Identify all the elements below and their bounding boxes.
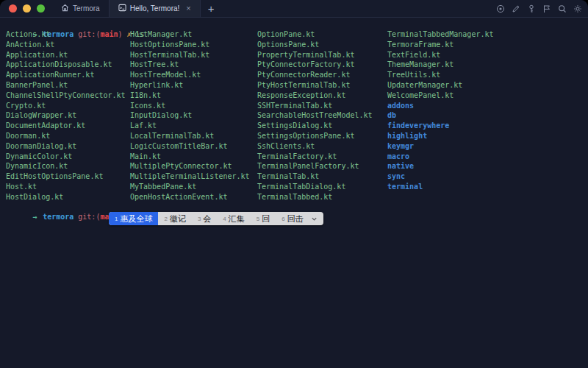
file-entry: Actions.kt — [6, 29, 126, 40]
file-entry: ApplicationRunner.kt — [6, 70, 126, 80]
file-entry: MultipleTerminalListener.kt — [130, 171, 250, 182]
file-entry: DoormanDialog.kt — [6, 141, 126, 152]
candidate-index: 6 — [282, 216, 284, 222]
file-entry: SshClients.kt — [257, 141, 373, 152]
tab-termora-home[interactable]: Termora — [52, 0, 109, 17]
ime-candidate[interactable]: 4汇集 — [217, 212, 250, 225]
directory-entry: db — [387, 110, 494, 121]
settings-icon[interactable] — [573, 4, 582, 13]
directory-entry: macro — [387, 152, 494, 162]
file-entry: PtyConnectorReader.kt — [257, 70, 373, 80]
prompt-directory: termora — [43, 213, 74, 221]
file-entry: SettingsOptionsPane.kt — [257, 131, 373, 141]
file-entry: MyTabbedPane.kt — [130, 182, 250, 192]
file-entry: LocalTerminalTab.kt — [130, 131, 250, 141]
file-entry: InputDialog.kt — [130, 110, 250, 121]
file-entry: TextField.kt — [387, 50, 494, 60]
record-icon[interactable] — [496, 4, 505, 13]
file-entry: WelcomePanel.kt — [387, 91, 494, 101]
file-entry: BannerPanel.kt — [6, 80, 126, 91]
file-entry: UpdaterManager.kt — [387, 80, 494, 91]
file-entry: SSHTerminalTab.kt — [257, 101, 373, 111]
ime-candidate-bar: 1惠及全球2徽记3会4汇集5回6回击 — [109, 212, 323, 225]
flag-icon[interactable] — [542, 4, 551, 13]
file-entry: DynamicColor.kt — [6, 152, 126, 162]
candidate-text: 回 — [262, 213, 270, 224]
directory-entry: findeverywhere — [387, 121, 494, 131]
file-entry: Doorman.kt — [6, 131, 126, 141]
file-entry: OptionsPane.kt — [257, 40, 373, 50]
directory-entry: sync — [387, 171, 494, 182]
ime-candidate[interactable]: 2徽记 — [158, 212, 191, 225]
termora-window: Termora Hello, Termora! × + — [0, 0, 588, 368]
new-tab-button[interactable]: + — [201, 0, 222, 17]
file-entry: TerminalFactory.kt — [257, 152, 373, 162]
file-entry: DialogWrapper.kt — [6, 110, 126, 121]
file-entry: Laf.kt — [130, 121, 250, 131]
file-entry: HostTerminalTab.kt — [130, 50, 250, 60]
tab-hello-termora[interactable]: Hello, Termora! × — [109, 0, 201, 17]
ls-column-1: Actions.ktAnAction.ktApplication.ktAppli… — [6, 29, 126, 202]
tab-label: Hello, Termora! — [130, 4, 180, 13]
file-entry: SearchableHostTreeModel.kt — [257, 110, 373, 121]
file-entry: HostOptionsPane.kt — [130, 40, 250, 50]
git-prefix: git:( — [78, 213, 100, 221]
candidate-index: 2 — [164, 216, 167, 222]
ime-candidate[interactable]: 1惠及全球 — [109, 212, 158, 225]
ls-column-3: OptionPane.ktOptionsPane.ktPropertyTermi… — [257, 29, 373, 202]
terminal-icon — [118, 4, 126, 13]
file-entry: Main.kt — [130, 152, 250, 162]
file-entry: ApplicationDisposable.kt — [6, 60, 126, 70]
file-entry: TerminalPanelFactory.kt — [257, 161, 373, 171]
file-entry: Application.kt — [6, 50, 126, 60]
minimize-window-button[interactable] — [23, 4, 31, 13]
toolbar — [496, 0, 582, 17]
chevron-down-icon[interactable] — [309, 216, 322, 222]
file-entry: MultiplePtyConnector.kt — [130, 161, 250, 171]
candidate-text: 惠及全球 — [120, 213, 152, 224]
tab-label: Termora — [73, 4, 100, 13]
ls-column-2: HostManager.ktHostOptionsPane.ktHostTerm… — [130, 29, 250, 202]
file-entry: OpenHostActionEvent.kt — [130, 192, 250, 202]
close-tab-icon[interactable]: × — [186, 4, 190, 13]
file-entry: LogicCustomTitleBar.kt — [130, 141, 250, 152]
file-entry: HostTreeModel.kt — [130, 70, 250, 80]
file-entry: OptionPane.kt — [257, 29, 373, 40]
candidate-text: 回击 — [287, 213, 304, 224]
file-entry: TerminalTab.kt — [257, 171, 373, 182]
directory-entry: highlight — [387, 131, 494, 141]
file-entry: DocumentAdaptor.kt — [6, 121, 126, 131]
key-icon[interactable] — [527, 4, 536, 13]
directory-entry: keymgr — [387, 141, 494, 152]
file-entry: DynamicIcon.kt — [6, 161, 126, 171]
close-window-button[interactable] — [9, 4, 17, 13]
file-entry: I18n.kt — [130, 91, 250, 101]
directory-entry: terminal — [387, 182, 494, 192]
file-entry: AnAction.kt — [6, 40, 126, 50]
edit-icon[interactable] — [512, 4, 520, 13]
file-entry: ResponseException.kt — [257, 91, 373, 101]
candidate-index: 3 — [198, 216, 201, 222]
file-entry: PtyConnectorFactory.kt — [257, 60, 373, 70]
file-entry: TerminalTabbed.kt — [257, 192, 373, 202]
ime-candidate[interactable]: 6回击 — [276, 212, 309, 225]
candidate-index: 5 — [257, 216, 259, 222]
ime-candidate[interactable]: 3会 — [192, 212, 217, 225]
file-entry: PtyHostTerminalTab.kt — [257, 80, 373, 91]
file-entry: Host.kt — [6, 182, 126, 192]
file-entry: SettingsDialog.kt — [257, 121, 373, 131]
file-entry: HostDialog.kt — [6, 192, 126, 202]
zoom-window-button[interactable] — [37, 4, 45, 13]
ime-candidate[interactable]: 5回 — [251, 212, 276, 225]
tab-bar: Termora Hello, Termora! × + — [0, 0, 588, 18]
file-entry: Hyperlink.kt — [130, 80, 250, 91]
file-entry: PropertyTerminalTab.kt — [257, 50, 373, 60]
file-entry: TermoraFrame.kt — [387, 40, 494, 50]
candidate-text: 汇集 — [229, 213, 245, 224]
file-entry: TerminalTabbedManager.kt — [387, 29, 494, 40]
terminal-screen[interactable]: →termoragit:(main)✗ls Actions.ktAnAction… — [0, 18, 588, 368]
prompt-arrow: → — [32, 213, 37, 221]
file-entry: TreeUtils.kt — [387, 70, 494, 80]
file-entry: Crypto.kt — [6, 101, 126, 111]
search-icon[interactable] — [558, 4, 567, 13]
